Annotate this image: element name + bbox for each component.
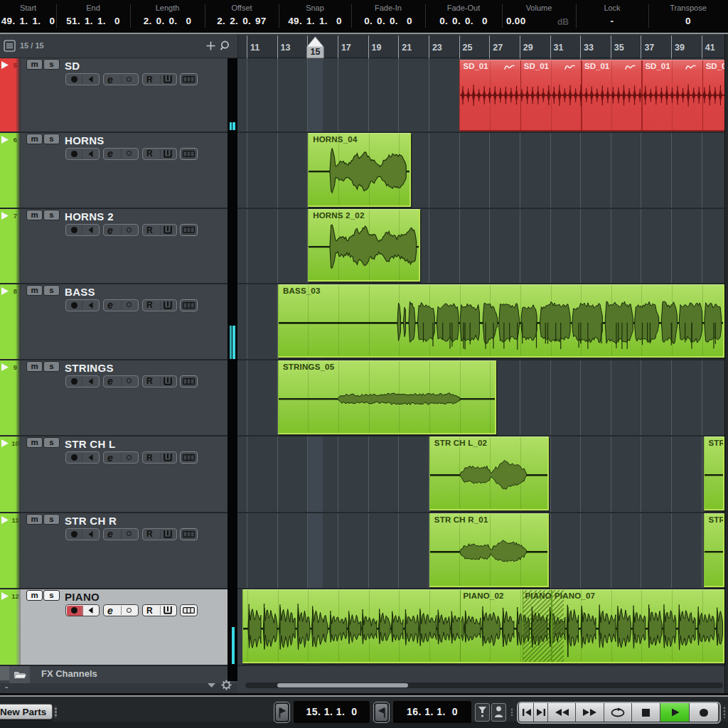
svg-text:15: 15 [310,47,320,57]
